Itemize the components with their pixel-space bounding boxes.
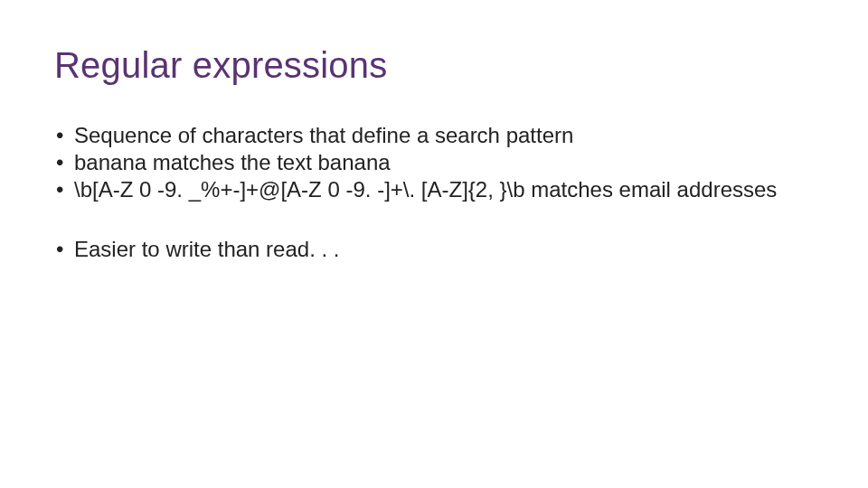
slide: Regular expressions Sequence of characte… — [0, 0, 868, 488]
slide-title: Regular expressions — [54, 45, 814, 86]
bullet-list-2: Easier to write than read. . . — [54, 236, 814, 263]
bullet-item: \b[A-Z 0 -9. _%+-]+@[A-Z 0 -9. -]+\. [A-… — [54, 176, 814, 203]
spacer — [54, 203, 814, 236]
bullet-list-1: Sequence of characters that define a sea… — [54, 122, 814, 203]
bullet-item: banana matches the text banana — [54, 149, 814, 176]
slide-body: Sequence of characters that define a sea… — [54, 122, 814, 263]
bullet-item: Sequence of characters that define a sea… — [54, 122, 814, 149]
bullet-item: Easier to write than read. . . — [54, 236, 814, 263]
